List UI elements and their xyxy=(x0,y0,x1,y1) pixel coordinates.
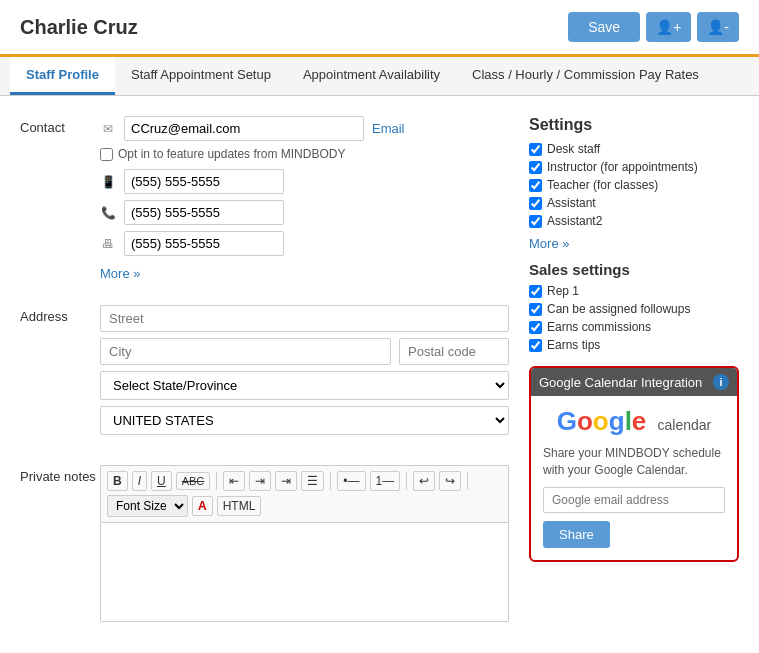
email-row: ✉ Email xyxy=(100,116,509,141)
settings-item-assistant: Assistant xyxy=(529,196,739,210)
google-l: l xyxy=(625,406,632,436)
contact-content: ✉ Email Opt in to feature updates from M… xyxy=(100,116,509,281)
instructor-checkbox[interactable] xyxy=(529,161,542,174)
commissions-checkbox[interactable] xyxy=(529,321,542,334)
mobile-icon: 📱 xyxy=(100,175,116,189)
align-center-button[interactable]: ⇥ xyxy=(249,471,271,491)
address-content: Select State/Province UNITED STATES xyxy=(100,305,509,441)
settings-item-teacher: Teacher (for classes) xyxy=(529,178,739,192)
add-user-button[interactable]: 👤+ xyxy=(646,12,691,42)
contact-more-link[interactable]: More » xyxy=(100,266,140,281)
page-header: Charlie Cruz Save 👤+ 👤- xyxy=(0,0,759,57)
gcal-share-button[interactable]: Share xyxy=(543,521,610,548)
google-g: G xyxy=(557,406,577,436)
google-g2: g xyxy=(609,406,625,436)
google-e: e xyxy=(632,406,646,436)
sales-settings-title: Sales settings xyxy=(529,261,739,278)
align-justify-button[interactable]: ☰ xyxy=(301,471,324,491)
optin-label: Opt in to feature updates from MINDBODY xyxy=(118,147,345,161)
tips-checkbox[interactable] xyxy=(529,339,542,352)
underline-button[interactable]: U xyxy=(151,471,172,491)
google-o1: o xyxy=(577,406,593,436)
private-notes-label: Private notes xyxy=(20,465,100,484)
optin-checkbox[interactable] xyxy=(100,148,113,161)
notes-textarea[interactable] xyxy=(100,522,509,622)
teacher-label: Teacher (for classes) xyxy=(547,178,658,192)
street-field[interactable] xyxy=(100,305,509,332)
assistant2-checkbox[interactable] xyxy=(529,215,542,228)
main-content: Contact ✉ Email Opt in to feature update… xyxy=(0,96,759,653)
country-select[interactable]: UNITED STATES xyxy=(100,406,509,435)
left-column: Contact ✉ Email Opt in to feature update… xyxy=(20,116,509,646)
fax-field[interactable] xyxy=(124,231,284,256)
email-field[interactable] xyxy=(124,116,364,141)
address-label: Address xyxy=(20,305,100,324)
phone-icon: 📞 xyxy=(100,206,116,220)
mail-icon: ✉ xyxy=(100,122,116,136)
assistant2-label: Assistant2 xyxy=(547,214,602,228)
rep1-checkbox[interactable] xyxy=(529,285,542,298)
followups-label: Can be assigned followups xyxy=(547,302,690,316)
optin-row: Opt in to feature updates from MINDBODY xyxy=(100,147,509,161)
city-field[interactable] xyxy=(100,338,391,365)
gcal-description: Share your MINDBODY schedule with your G… xyxy=(543,445,725,479)
italic-button[interactable]: I xyxy=(132,471,147,491)
toolbar-separator-4 xyxy=(467,472,468,490)
phone-field[interactable] xyxy=(124,200,284,225)
commissions-label: Earns commissions xyxy=(547,320,651,334)
align-left-button[interactable]: ⇤ xyxy=(223,471,245,491)
rep1-label: Rep 1 xyxy=(547,284,579,298)
page-title: Charlie Cruz xyxy=(20,16,138,39)
font-size-select[interactable]: Font Size xyxy=(107,495,188,517)
sales-item-commissions: Earns commissions xyxy=(529,320,739,334)
mobile-field[interactable] xyxy=(124,169,284,194)
private-notes-section: Private notes B I U ABC ⇤ ⇥ ⇥ ☰ •— 1— ↩ xyxy=(20,465,509,622)
followups-checkbox[interactable] xyxy=(529,303,542,316)
contact-section: Contact ✉ Email Opt in to feature update… xyxy=(20,116,509,281)
settings-item-assistant2: Assistant2 xyxy=(529,214,739,228)
sales-item-rep1: Rep 1 xyxy=(529,284,739,298)
bullet-list-button[interactable]: •— xyxy=(337,471,365,491)
teacher-checkbox[interactable] xyxy=(529,179,542,192)
gcal-header: Google Calendar Integration i xyxy=(531,368,737,396)
settings-more-link[interactable]: More » xyxy=(529,236,569,251)
gcal-info-icon[interactable]: i xyxy=(713,374,729,390)
align-right-button[interactable]: ⇥ xyxy=(275,471,297,491)
instructor-label: Instructor (for appointments) xyxy=(547,160,698,174)
postal-field[interactable] xyxy=(399,338,509,365)
gcal-logo-cal: calendar xyxy=(658,417,712,433)
tab-staff-appointment-setup[interactable]: Staff Appointment Setup xyxy=(115,57,287,95)
gcal-email-field[interactable] xyxy=(543,487,725,513)
remove-user-button[interactable]: 👤- xyxy=(697,12,739,42)
html-button[interactable]: HTML xyxy=(217,496,262,516)
tab-class-hourly[interactable]: Class / Hourly / Commission Pay Rates xyxy=(456,57,715,95)
save-button[interactable]: Save xyxy=(568,12,640,42)
assistant-checkbox[interactable] xyxy=(529,197,542,210)
mobile-row: 📱 xyxy=(100,169,509,194)
undo-button[interactable]: ↩ xyxy=(413,471,435,491)
gcal-panel: Google Calendar Integration i Google cal… xyxy=(529,366,739,562)
settings-item-desk-staff: Desk staff xyxy=(529,142,739,156)
bold-button[interactable]: B xyxy=(107,471,128,491)
fax-row: 🖷 xyxy=(100,231,509,256)
phone-row: 📞 xyxy=(100,200,509,225)
toolbar-separator-2 xyxy=(330,472,331,490)
desk-staff-checkbox[interactable] xyxy=(529,143,542,156)
strikethrough-button[interactable]: ABC xyxy=(176,472,211,490)
toolbar-separator-1 xyxy=(216,472,217,490)
tab-appointment-availability[interactable]: Appointment Availability xyxy=(287,57,456,95)
state-select[interactable]: Select State/Province xyxy=(100,371,509,400)
settings-title: Settings xyxy=(529,116,739,134)
font-color-button[interactable]: A xyxy=(192,496,213,516)
numbered-list-button[interactable]: 1— xyxy=(370,471,401,491)
redo-button[interactable]: ↪ xyxy=(439,471,461,491)
assistant-label: Assistant xyxy=(547,196,596,210)
settings-item-instructor: Instructor (for appointments) xyxy=(529,160,739,174)
settings-panel: Settings Desk staff Instructor (for appo… xyxy=(529,116,739,352)
right-column: Settings Desk staff Instructor (for appo… xyxy=(529,116,739,646)
email-link[interactable]: Email xyxy=(372,121,405,136)
gcal-logo: Google calendar xyxy=(543,406,725,437)
google-o2: o xyxy=(593,406,609,436)
sales-item-tips: Earns tips xyxy=(529,338,739,352)
tab-staff-profile[interactable]: Staff Profile xyxy=(10,57,115,95)
